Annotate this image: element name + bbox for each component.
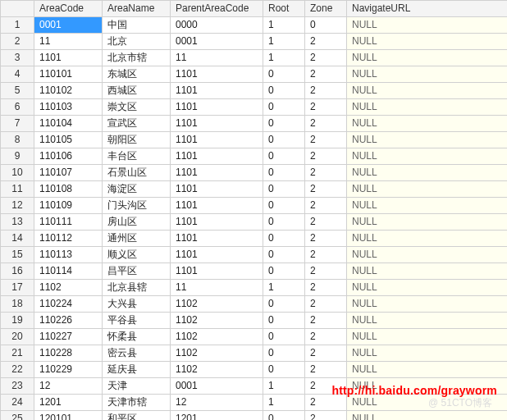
row-number[interactable]: 1 [1,17,34,34]
cell-root[interactable]: 1 [263,280,305,296]
cell-root[interactable]: 0 [263,329,305,345]
cell-areaname[interactable]: 朝阳区 [103,132,171,148]
cell-navigateurl[interactable]: NULL [347,280,508,296]
cell-root[interactable]: 0 [263,116,305,132]
cell-zone[interactable]: 2 [305,116,347,132]
cell-areacode[interactable]: 11 [34,34,103,50]
cell-areacode[interactable]: 110108 [34,181,103,198]
cell-zone[interactable]: 2 [305,66,347,83]
row-number[interactable]: 10 [1,165,34,181]
table-row[interactable]: 21110228密云县110202NULL [1,345,508,362]
cell-root[interactable]: 0 [263,247,305,263]
table-row[interactable]: 20110227怀柔县110202NULL [1,329,508,345]
cell-parentareacode[interactable]: 1102 [171,313,263,329]
cell-parentareacode[interactable]: 1101 [171,231,263,247]
cell-navigateurl[interactable]: NULL [347,296,508,313]
row-number[interactable]: 18 [1,296,34,313]
cell-areaname[interactable]: 大兴县 [103,296,171,313]
table-row[interactable]: 5110102西城区110102NULL [1,83,508,99]
cell-zone[interactable]: 2 [305,280,347,296]
table-row[interactable]: 22110229延庆县110202NULL [1,362,508,378]
row-number[interactable]: 25 [1,411,34,421]
row-number[interactable]: 12 [1,198,34,214]
cell-zone[interactable]: 2 [305,378,347,395]
cell-zone[interactable]: 2 [305,132,347,148]
cell-root[interactable]: 0 [263,66,305,83]
table-row[interactable]: 241201天津市辖1212NULL [1,395,508,411]
row-number[interactable]: 13 [1,214,34,231]
cell-parentareacode[interactable]: 11 [171,50,263,66]
cell-zone[interactable]: 2 [305,395,347,411]
cell-areaname[interactable]: 密云县 [103,345,171,362]
cell-areacode[interactable]: 110103 [34,99,103,116]
cell-areaname[interactable]: 石景山区 [103,165,171,181]
cell-root[interactable]: 1 [263,378,305,395]
cell-parentareacode[interactable]: 11 [171,280,263,296]
cell-areacode[interactable]: 110114 [34,263,103,280]
cell-zone[interactable]: 2 [305,345,347,362]
cell-root[interactable]: 1 [263,50,305,66]
cell-zone[interactable]: 2 [305,313,347,329]
cell-parentareacode[interactable]: 1101 [171,132,263,148]
cell-root[interactable]: 1 [263,34,305,50]
cell-areaname[interactable]: 东城区 [103,66,171,83]
cell-parentareacode[interactable]: 0001 [171,378,263,395]
cell-root[interactable]: 0 [263,99,305,116]
cell-parentareacode[interactable]: 0001 [171,34,263,50]
cell-areaname[interactable]: 西城区 [103,83,171,99]
cell-zone[interactable]: 2 [305,83,347,99]
data-grid[interactable]: AreaCode AreaName ParentAreaCode Root Zo… [0,0,507,420]
row-number[interactable]: 8 [1,132,34,148]
header-parentareacode[interactable]: ParentAreaCode [171,1,263,17]
row-number[interactable]: 6 [1,99,34,116]
row-number[interactable]: 20 [1,329,34,345]
table-row[interactable]: 211北京000112NULL [1,34,508,50]
cell-parentareacode[interactable]: 1101 [171,263,263,280]
cell-navigateurl[interactable]: NULL [347,231,508,247]
cell-root[interactable]: 0 [263,263,305,280]
cell-navigateurl[interactable]: NULL [347,116,508,132]
cell-areacode[interactable]: 110224 [34,296,103,313]
cell-navigateurl[interactable]: NULL [347,83,508,99]
cell-navigateurl[interactable]: NULL [347,214,508,231]
cell-navigateurl[interactable]: NULL [347,247,508,263]
cell-parentareacode[interactable]: 1101 [171,148,263,165]
table-row[interactable]: 10110107石景山区110102NULL [1,165,508,181]
cell-parentareacode[interactable]: 1201 [171,411,263,421]
row-number[interactable]: 7 [1,116,34,132]
cell-root[interactable]: 0 [263,181,305,198]
table-row[interactable]: 11110108海淀区110102NULL [1,181,508,198]
cell-areacode[interactable]: 110105 [34,132,103,148]
table-row[interactable]: 4110101东城区110102NULL [1,66,508,83]
table-row[interactable]: 7110104宣武区110102NULL [1,116,508,132]
row-number[interactable]: 15 [1,247,34,263]
cell-parentareacode[interactable]: 1102 [171,345,263,362]
cell-root[interactable]: 1 [263,395,305,411]
table-row[interactable]: 13110111房山区110102NULL [1,214,508,231]
row-number[interactable]: 14 [1,231,34,247]
cell-parentareacode[interactable]: 1101 [171,83,263,99]
row-number[interactable]: 17 [1,280,34,296]
cell-root[interactable]: 0 [263,132,305,148]
row-number[interactable]: 24 [1,395,34,411]
table-row[interactable]: 8110105朝阳区110102NULL [1,132,508,148]
row-number[interactable]: 22 [1,362,34,378]
cell-zone[interactable]: 2 [305,165,347,181]
cell-areaname[interactable]: 和平区 [103,411,171,421]
cell-areaname[interactable]: 昌平区 [103,263,171,280]
cell-areacode[interactable]: 110113 [34,247,103,263]
cell-zone[interactable]: 2 [305,247,347,263]
table-row[interactable]: 18110224大兴县110202NULL [1,296,508,313]
table-row[interactable]: 12110109门头沟区110102NULL [1,198,508,214]
row-number[interactable]: 23 [1,378,34,395]
cell-areaname[interactable]: 顺义区 [103,247,171,263]
header-root[interactable]: Root [263,1,305,17]
cell-areacode[interactable]: 110111 [34,214,103,231]
cell-navigateurl[interactable]: NULL [347,148,508,165]
cell-areaname[interactable]: 通州区 [103,231,171,247]
cell-areacode[interactable]: 110102 [34,83,103,99]
cell-zone[interactable]: 0 [305,17,347,34]
cell-areacode[interactable]: 120101 [34,411,103,421]
row-number[interactable]: 16 [1,263,34,280]
cell-navigateurl[interactable]: NULL [347,17,508,34]
